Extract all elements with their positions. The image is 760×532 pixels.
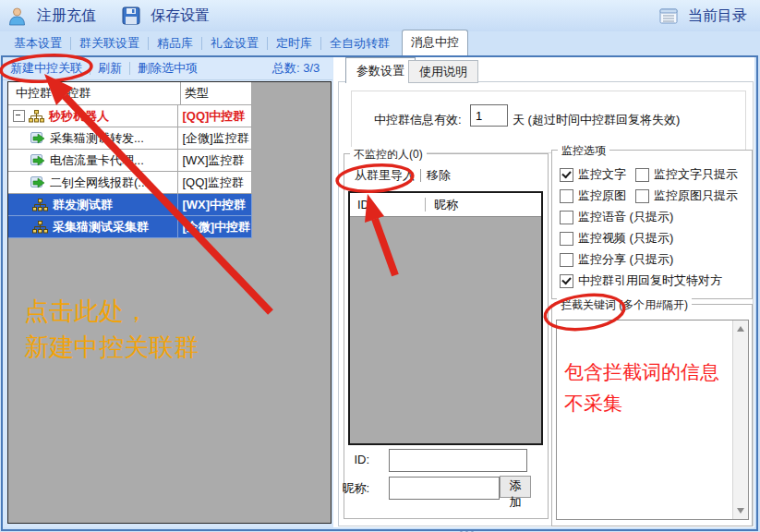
org-chart-icon bbox=[32, 221, 48, 234]
new-control-relation-button[interactable]: 新建中控关联 bbox=[3, 60, 90, 77]
group-tree-list: 中控群\监控群 类型 秒秒机器人 [QQ]中控群 bbox=[8, 82, 252, 238]
tree-row-monitor-group[interactable]: 电信流量卡代理... [WX]监控群 bbox=[8, 150, 252, 172]
scroll-down-icon[interactable] bbox=[737, 508, 744, 514]
option-label: 监控文字只提示 bbox=[654, 166, 738, 183]
tab-gift-settings[interactable]: 礼金设置 bbox=[202, 31, 267, 55]
nickname-input[interactable] bbox=[389, 477, 500, 500]
tree-row-monitor-group[interactable]: 二钊全网线报群(... [QQ]监控群 bbox=[8, 172, 252, 194]
checkbox-monitor-image[interactable] bbox=[560, 189, 573, 203]
tree-row-type: [WX]监控群 bbox=[178, 150, 252, 172]
register-recharge-label: 注册充值 bbox=[37, 6, 96, 26]
import-from-group-button[interactable]: 从群里导入 bbox=[349, 167, 420, 184]
tree-row-name: 采集猫测试采集群 bbox=[53, 219, 149, 236]
tree-row-control-group-selected[interactable]: 采集猫测试采集群 [企微]中控群 bbox=[8, 216, 252, 238]
checkbox-monitor-text-hint-only[interactable] bbox=[635, 168, 649, 182]
checkbox-monitor-voice[interactable] bbox=[560, 211, 573, 224]
checkbox-monitor-share[interactable] bbox=[560, 253, 573, 267]
intercept-keywords-textarea[interactable] bbox=[556, 320, 749, 520]
scroll-up-icon[interactable] bbox=[737, 326, 744, 332]
total-count-label: 总数: 3/3 bbox=[272, 60, 320, 77]
checkbox-quote-reply-at[interactable] bbox=[560, 274, 573, 288]
tab-premium-library[interactable]: 精品库 bbox=[149, 31, 201, 55]
tree-header-type[interactable]: 类型 bbox=[181, 82, 252, 105]
validity-days-input[interactable] bbox=[470, 104, 508, 127]
tab-parameter-settings[interactable]: 参数设置 bbox=[345, 57, 416, 83]
tree-toolbar: 新建中控关联 刷新 删除选中项 总数: 3/3 bbox=[3, 57, 332, 80]
delete-selected-button[interactable]: 删除选中项 bbox=[130, 60, 205, 77]
tree-header-row: 中控群\监控群 类型 bbox=[8, 82, 252, 105]
option-row: 监控语音 (只提示) bbox=[560, 210, 673, 224]
current-directory-label: 当前目录 bbox=[688, 6, 747, 26]
tree-row-name: 二钊全网线报群(... bbox=[50, 175, 148, 191]
tree-header-name[interactable]: 中控群\监控群 bbox=[8, 82, 181, 105]
checkbox-monitor-video[interactable] bbox=[560, 232, 573, 246]
column-nickname[interactable]: 昵称 bbox=[426, 197, 458, 213]
floppy-save-icon bbox=[122, 6, 140, 25]
tree-row-name: 秒秒机器人 bbox=[49, 108, 109, 125]
checkbox-monitor-text[interactable] bbox=[560, 168, 573, 182]
top-toolbar: 注册充值 保存设置 当前目录 bbox=[0, 0, 760, 31]
forward-arrow-icon bbox=[30, 132, 45, 145]
option-label: 监控原图 bbox=[578, 187, 626, 204]
tree-row-control-group-selected[interactable]: 群发测试群 [WX]中控群 bbox=[8, 194, 252, 216]
validity-label: 中控群信息有效: bbox=[374, 112, 462, 128]
ignored-people-toolbar: 从群里导入 移除 bbox=[349, 167, 456, 184]
validity-suffix-label: 天 (超过时间中控群回复将失效) bbox=[513, 112, 680, 128]
main-tab-strip: 基本设置 群关联设置 精品库 礼金设置 定时库 全自动转群 消息中控 bbox=[0, 31, 760, 55]
option-row: 中控群引用回复时艾特对方 bbox=[560, 273, 722, 288]
tree-row-control-group[interactable]: 秒秒机器人 [QQ]中控群 bbox=[8, 105, 252, 127]
register-recharge-button[interactable]: 注册充值 bbox=[7, 6, 96, 26]
tab-usage-instructions[interactable]: 使用说明 bbox=[408, 60, 478, 83]
tab-message-control[interactable]: 消息中控 bbox=[402, 30, 468, 55]
tab-timer-library[interactable]: 定时库 bbox=[268, 31, 320, 55]
save-settings-button[interactable]: 保存设置 bbox=[122, 6, 210, 26]
option-row: 监控文字只提示 bbox=[635, 167, 738, 182]
option-row: 监控原图 bbox=[560, 188, 626, 203]
option-row: 监控视频 (只提示) bbox=[560, 231, 673, 246]
tree-expander-icon[interactable] bbox=[13, 110, 25, 122]
ignored-people-list[interactable]: ID 昵称 bbox=[348, 191, 543, 445]
intercept-keywords-title: 拦截关键词 (多个用#隔开) bbox=[557, 297, 692, 313]
annotation-click-here-text: 点击此处， 新建中控关联群 bbox=[24, 294, 199, 366]
option-label: 监控原图只提示 bbox=[654, 187, 738, 204]
tree-row-type: [WX]中控群 bbox=[178, 194, 252, 216]
id-input[interactable] bbox=[389, 449, 527, 472]
remove-button[interactable]: 移除 bbox=[421, 167, 456, 184]
option-row: 监控原图只提示 bbox=[635, 188, 738, 203]
id-field-label: ID: bbox=[329, 453, 369, 466]
checkbox-monitor-image-hint-only[interactable] bbox=[635, 189, 649, 203]
ignored-people-title: 不监控的人(0) bbox=[350, 147, 427, 163]
add-button[interactable]: 添加 bbox=[500, 476, 531, 498]
tree-row-monitor-group[interactable]: 采集猫测试转发... [企微]监控群 bbox=[8, 127, 252, 150]
nickname-field-label: 昵称: bbox=[329, 480, 369, 497]
tree-row-name: 群发测试群 bbox=[53, 197, 113, 213]
tree-row-type: [QQ]监控群 bbox=[178, 172, 252, 194]
forward-arrow-icon bbox=[30, 176, 45, 189]
option-label: 监控语音 (只提示) bbox=[578, 209, 673, 225]
ignored-list-header: ID 昵称 bbox=[350, 193, 541, 217]
option-label: 监控文字 bbox=[578, 166, 626, 183]
column-id[interactable]: ID bbox=[350, 198, 426, 212]
forward-arrow-icon bbox=[30, 154, 45, 167]
validity-groupbox: 中控群信息有效: 天 (超过时间中控群回复将失效) bbox=[351, 91, 746, 153]
org-chart-icon bbox=[32, 199, 48, 212]
tree-row-name: 采集猫测试转发... bbox=[50, 130, 144, 147]
textarea-scrollbar[interactable] bbox=[732, 320, 748, 519]
tree-row-name: 电信流量卡代理... bbox=[50, 152, 144, 169]
tab-group-relation-settings[interactable]: 群关联设置 bbox=[71, 31, 148, 55]
option-row: 监控文字 bbox=[560, 167, 626, 182]
option-label: 中控群引用回复时艾特对方 bbox=[578, 272, 722, 289]
app-window: 注册充值 保存设置 当前目录 基本设置 群关联设置 bbox=[0, 0, 760, 532]
tab-auto-transfer-group[interactable]: 全自动转群 bbox=[321, 31, 398, 55]
option-label: 监控分享 (只提示) bbox=[578, 251, 673, 268]
option-label: 监控视频 (只提示) bbox=[578, 230, 673, 247]
org-chart-icon bbox=[29, 110, 44, 123]
save-settings-label: 保存设置 bbox=[151, 6, 210, 26]
annotation-intercept-text: 包含拦截词的信息 不采集 bbox=[564, 357, 719, 419]
tree-row-type: [企微]中控群 bbox=[178, 216, 252, 238]
person-icon bbox=[7, 6, 27, 26]
current-directory-button[interactable]: 当前目录 bbox=[659, 6, 747, 26]
tab-basic-settings[interactable]: 基本设置 bbox=[6, 31, 70, 55]
refresh-button[interactable]: 刷新 bbox=[90, 60, 129, 77]
tree-row-type: [QQ]中控群 bbox=[178, 105, 252, 127]
